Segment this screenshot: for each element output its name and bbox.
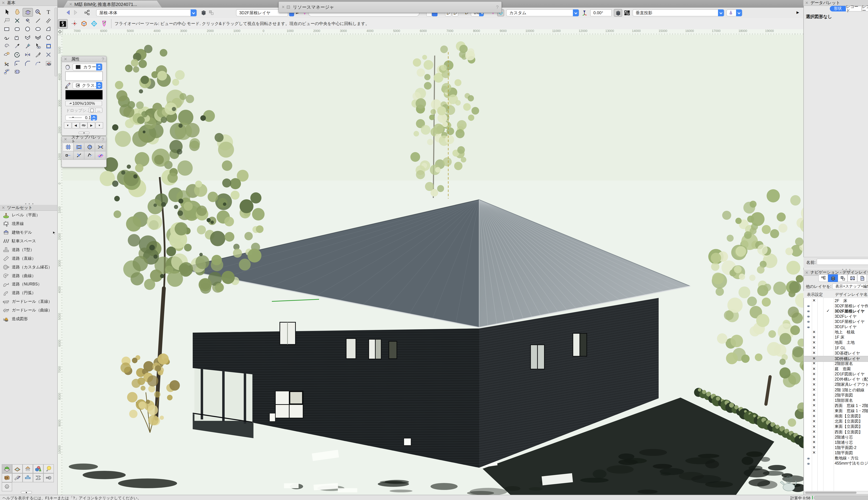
snap-intersection-button[interactable] [95, 143, 106, 151]
opacity-button[interactable]: 100%/100% [65, 101, 102, 106]
tool-snip[interactable] [2, 59, 11, 67]
hidden-x-icon[interactable]: ✕ [812, 357, 815, 361]
pen-color-preview[interactable] [65, 90, 103, 100]
mode-diamond-button[interactable] [90, 19, 99, 28]
resource-manager-collapse-icon[interactable] [287, 5, 290, 9]
layer-row-12[interactable]: ✕3D外構レイヤ12 [804, 356, 868, 362]
multi-view-button[interactable] [624, 9, 630, 17]
toolset-item-7[interactable]: 道路（カスタム縁石） [0, 263, 57, 271]
drawing-canvas[interactable] [62, 35, 803, 495]
cat-machine-tab[interactable] [2, 482, 12, 491]
hidden-x-icon[interactable]: ✕ [812, 299, 815, 303]
nav-hierarchy-tab[interactable] [818, 274, 828, 282]
tool-pan[interactable] [12, 8, 22, 16]
tool-clipcross[interactable] [43, 51, 53, 59]
layer-row-19[interactable]: ✕2階平面図19 [804, 393, 868, 398]
tool-marquee[interactable] [43, 42, 53, 50]
render-mode-button[interactable] [726, 9, 742, 16]
layer-row-32[interactable]: 455mm寸法モロジナル製図…32 [804, 461, 868, 466]
attr-next-button[interactable]: ▶ [88, 122, 95, 128]
snap-distance-button[interactable] [73, 151, 84, 160]
tool-hexagon[interactable] [43, 34, 53, 42]
basic-palette-header[interactable]: ✕ 基本 [0, 0, 57, 6]
hidden-x-icon[interactable]: ✕ [812, 419, 815, 423]
nav-classes-tab[interactable] [838, 274, 847, 282]
snap-smart-edge-button[interactable] [84, 151, 95, 160]
name-input[interactable] [816, 259, 868, 265]
hidden-x-icon[interactable]: ✕ [812, 409, 815, 413]
saved-views-icon[interactable] [84, 9, 90, 16]
tool-text[interactable]: T [43, 8, 53, 16]
toolset-item-11[interactable]: ガードレール（直線） [0, 298, 57, 306]
hidden-x-icon[interactable]: ✕ [812, 362, 815, 365]
saved-view-stepper[interactable] [191, 9, 196, 16]
cat-structural-tab[interactable] [33, 473, 43, 482]
toolset-item-13[interactable]: 造成図形 [0, 315, 57, 323]
fill-style-dropdown[interactable]: カラー [72, 64, 102, 70]
toolset-item-5[interactable]: 道路（T型） [0, 246, 57, 254]
cat-solids-tab[interactable] [33, 464, 43, 473]
pen-style-stepper[interactable] [96, 82, 102, 89]
tool-deform[interactable] [2, 51, 11, 59]
cat-building-tab[interactable] [23, 464, 33, 473]
hidden-x-icon[interactable]: ✕ [812, 451, 815, 455]
snap-object-button[interactable] [73, 143, 84, 151]
layer-row-6[interactable]: 3D1Fレイヤ6 [804, 325, 868, 330]
toolset-item-2[interactable]: 境界線 [0, 220, 57, 228]
layer-row-22[interactable]: ✕東面 窓線 1・2階22 [804, 409, 868, 414]
layer-row-30[interactable]: ✕1階平面図30 [804, 451, 868, 456]
flyover-mode-button[interactable] [58, 19, 68, 29]
tool-line[interactable] [33, 16, 43, 24]
toolbar-overflow-icon[interactable]: ▶ [797, 11, 799, 14]
cat-lighting-tab[interactable] [43, 464, 54, 473]
toolset-close-icon[interactable]: ✕ [2, 206, 5, 209]
snap-palette-header[interactable]: ✕ スナップパレット ? [62, 136, 106, 143]
tool-rect[interactable] [2, 25, 11, 33]
hidden-x-icon[interactable]: ✕ [812, 414, 815, 418]
basic-palette-close-icon[interactable]: ✕ [2, 1, 5, 5]
snap-smart-point-button[interactable] [62, 151, 73, 160]
hidden-x-icon[interactable]: ✕ [812, 404, 815, 408]
tool-extrude[interactable] [23, 16, 32, 24]
tool-wand[interactable] [23, 42, 32, 50]
layer-row-25[interactable]: ✕東面【立面図】25 [804, 424, 868, 430]
layer-row-29[interactable]: ✕1階平面図-229 [804, 445, 868, 451]
tool-rotate[interactable] [12, 51, 22, 59]
plane-stepper[interactable] [573, 9, 579, 16]
tool-spiral[interactable] [2, 42, 11, 50]
saved-view-dropdown[interactable]: 屋根-本体 [96, 9, 197, 16]
fill-style-stepper[interactable] [96, 64, 102, 70]
drop-shadow-more-button[interactable]: ... [95, 107, 102, 113]
hidden-x-icon[interactable]: ✕ [812, 393, 815, 397]
snap-help-icon[interactable]: ? [102, 137, 104, 141]
snap-angle-button[interactable] [84, 143, 95, 151]
nav-sheets-tab[interactable] [857, 274, 867, 282]
resource-manager-help-icon[interactable]: ? [496, 5, 499, 9]
tool-arcjoin[interactable] [33, 59, 43, 67]
layer-row-28[interactable]: ✕1階通り芯28 [804, 440, 868, 445]
line-weight-field[interactable]: 0.10 [65, 115, 97, 121]
layer-row-13[interactable]: ✕2階部屋名13 [804, 361, 868, 366]
mode-center-button[interactable] [70, 19, 79, 28]
data-tab-レコード[interactable]: レコード [846, 6, 862, 11]
tool-polyinner[interactable] [33, 34, 43, 42]
tool-arch[interactable] [12, 34, 22, 42]
projection-dropdown[interactable]: 垂直投影 [632, 9, 724, 16]
layer-row-31[interactable]: 敷地線・方位31 [804, 456, 868, 461]
hidden-x-icon[interactable]: ✕ [812, 388, 815, 392]
hidden-x-icon[interactable]: ✕ [812, 440, 815, 444]
layer-row-23[interactable]: ✕南面【立面図】23 [804, 414, 868, 419]
tool-eyedrop[interactable] [12, 42, 22, 50]
view-back-button[interactable] [65, 9, 71, 16]
rotation-angle-field[interactable]: 0.00° [590, 9, 612, 16]
cat-furniture-tab[interactable] [2, 473, 12, 482]
toolset-item-1[interactable]: レベル（平面） [0, 211, 57, 219]
toolset-item-10[interactable]: 道路（円弧） [0, 289, 57, 297]
toolset-scroll-indicator[interactable]: ▪▪ [54, 232, 55, 235]
layer-row-14[interactable]: ✕庭 造園14 [804, 366, 868, 372]
layer-row-15[interactable]: ✕2D1F図面レイヤ15 [804, 372, 868, 377]
layer-row-10[interactable]: ✕1F GL10 [804, 345, 868, 351]
hidden-x-icon[interactable]: ✕ [812, 383, 815, 386]
attr-default-right-button[interactable]: ▾ [95, 122, 103, 128]
hidden-x-icon[interactable]: ✕ [812, 351, 815, 355]
